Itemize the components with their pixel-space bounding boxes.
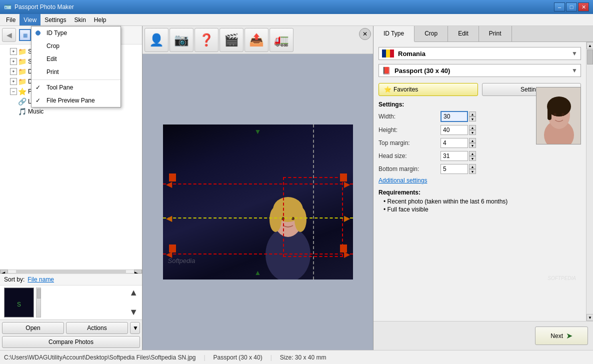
svg-point-7 bbox=[282, 217, 284, 220]
svg-rect-11 bbox=[390, 50, 394, 58]
bottom-margin-decrement[interactable]: ▼ bbox=[469, 169, 476, 174]
next-arrow-icon: ➤ bbox=[566, 331, 572, 340]
menu-view[interactable]: View bbox=[20, 14, 40, 26]
bottom-margin-label: Bottom margin: bbox=[378, 166, 438, 172]
v-scroll-preview[interactable] bbox=[36, 288, 41, 318]
sort-value[interactable]: File name bbox=[28, 276, 54, 283]
titlebar: 🪪 Passport Photo Maker – □ ✕ bbox=[0, 0, 593, 14]
head-size-increment[interactable]: ▲ bbox=[469, 151, 476, 156]
svg-point-5 bbox=[270, 207, 282, 232]
next-button[interactable]: Next ➤ bbox=[535, 326, 588, 345]
tab-crop[interactable]: Crop bbox=[414, 26, 448, 42]
tab-print[interactable]: Print bbox=[479, 26, 512, 42]
arrow-handle-bot-up[interactable]: ▲ bbox=[254, 268, 262, 276]
right-panel: ID Type Crop Edit Print Romania ▼ bbox=[373, 26, 593, 350]
open-button[interactable]: Open bbox=[2, 322, 64, 334]
toolbar-close-btn[interactable]: ✕ bbox=[359, 28, 371, 40]
svg-point-19 bbox=[562, 113, 564, 116]
scroll-up-preview[interactable]: ▲ bbox=[129, 288, 138, 298]
height-increment[interactable]: ▲ bbox=[469, 125, 476, 130]
tool-question-btn[interactable]: ❓ bbox=[194, 28, 218, 52]
height-spin: ▲ ▼ bbox=[469, 125, 476, 135]
maximize-button[interactable]: □ bbox=[566, 2, 577, 12]
back-button[interactable]: ◀ bbox=[2, 28, 16, 42]
top-margin-decrement[interactable]: ▼ bbox=[469, 143, 476, 148]
head-size-decrement[interactable]: ▼ bbox=[469, 156, 476, 161]
handle-small-left-bot[interactable] bbox=[169, 244, 176, 252]
scroll-right-btn[interactable]: ▶ bbox=[134, 270, 142, 274]
next-section: Next ➤ bbox=[374, 321, 593, 350]
scroll-up-btn[interactable]: ▲ bbox=[586, 42, 593, 49]
handle-small-right-bot[interactable] bbox=[340, 244, 347, 252]
menu-item-id-type-label: ID Type bbox=[46, 30, 67, 36]
bottom-margin-increment[interactable]: ▲ bbox=[469, 164, 476, 169]
arrow-handle-left-mid[interactable]: ◀ bbox=[166, 214, 172, 223]
height-label: Height: bbox=[378, 126, 438, 134]
height-decrement[interactable]: ▼ bbox=[469, 130, 476, 135]
bottom-margin-input[interactable] bbox=[440, 164, 468, 174]
menu-file[interactable]: File bbox=[2, 14, 20, 26]
close-button[interactable]: ✕ bbox=[578, 2, 589, 12]
expand-icon[interactable]: – bbox=[10, 88, 17, 95]
right-scrollbar: ▲ ▼ bbox=[586, 42, 593, 321]
expand-icon[interactable]: + bbox=[10, 68, 17, 75]
menu-item-file-preview-label: File Preview Pane bbox=[46, 97, 95, 104]
handle-small-left-top[interactable] bbox=[169, 174, 176, 182]
tool-truck-btn[interactable]: 🚛 bbox=[270, 28, 294, 52]
head-size-input[interactable] bbox=[440, 151, 468, 161]
menu-item-file-preview[interactable]: ✓ File Preview Pane bbox=[32, 94, 120, 107]
width-input[interactable] bbox=[440, 111, 468, 122]
expand-icon[interactable]: + bbox=[10, 58, 17, 65]
tool-camera-btn[interactable]: 📷 bbox=[170, 28, 194, 52]
actions-dropdown-button[interactable]: ▼ bbox=[130, 322, 140, 334]
scroll-down-preview[interactable]: ▼ bbox=[129, 307, 138, 318]
width-increment[interactable]: ▲ bbox=[469, 112, 476, 116]
expand-icon[interactable]: + bbox=[10, 48, 17, 55]
bottom-margin-spin: ▲ ▼ bbox=[469, 164, 476, 174]
arrow-handle-top-down[interactable]: ▼ bbox=[254, 128, 262, 136]
tree-item-music[interactable]: 🎵 Music bbox=[2, 106, 140, 116]
minimize-button[interactable]: – bbox=[554, 2, 565, 12]
app-title: Passport Photo Maker bbox=[14, 4, 554, 10]
menu-item-id-type[interactable]: ID Type bbox=[32, 26, 120, 40]
height-input[interactable] bbox=[440, 125, 468, 135]
tool-film-btn[interactable]: 🎬 bbox=[220, 28, 244, 52]
document-type-label: Passport (30 x 40) bbox=[394, 67, 572, 74]
menu-help[interactable]: Help bbox=[90, 14, 110, 26]
view-toggle[interactable]: ▦ bbox=[19, 29, 31, 41]
passport-icon: 📕 bbox=[382, 66, 390, 74]
additional-settings-link[interactable]: Additional settings bbox=[378, 177, 581, 184]
folder-blue-icon: 📁 bbox=[18, 68, 26, 76]
country-dropdown[interactable]: Romania ▼ bbox=[378, 47, 581, 60]
compare-photos-button[interactable]: Compare Photos bbox=[2, 336, 140, 348]
tab-edit[interactable]: Edit bbox=[448, 26, 479, 42]
menu-settings[interactable]: Settings bbox=[40, 14, 70, 26]
handle-small-right-top[interactable] bbox=[340, 174, 347, 182]
scroll-track[interactable] bbox=[586, 49, 593, 314]
top-margin-increment[interactable]: ▲ bbox=[469, 138, 476, 143]
arrow-handle-right-mid[interactable]: ▶ bbox=[344, 214, 350, 223]
h-scrollbar-area: ◀ ▶ bbox=[0, 270, 142, 274]
document-type-dropdown[interactable]: 📕 Passport (30 x 40) ▼ bbox=[378, 64, 581, 77]
menu-item-crop[interactable]: Crop bbox=[32, 40, 120, 52]
scroll-left-btn[interactable]: ◀ bbox=[0, 270, 8, 274]
menu-item-tool-pane[interactable]: ✓ Tool Pane bbox=[32, 81, 120, 94]
expand-icon[interactable]: + bbox=[10, 78, 17, 85]
menu-item-edit[interactable]: Edit bbox=[32, 52, 120, 66]
tool-person-btn[interactable]: 👤 bbox=[144, 28, 168, 52]
bottom-margin-field-row: ▲ ▼ bbox=[440, 164, 531, 174]
actions-button[interactable]: Actions bbox=[66, 322, 128, 334]
width-decrement[interactable]: ▼ bbox=[469, 116, 476, 122]
h-scroll-track[interactable] bbox=[16, 270, 126, 274]
menu-skin[interactable]: Skin bbox=[70, 14, 90, 26]
right-watermark: SOFTPEDIA bbox=[548, 276, 576, 281]
tool-upload-btn[interactable]: 📤 bbox=[244, 28, 268, 52]
preview-thumbnail: S bbox=[4, 288, 34, 318]
tab-id-type[interactable]: ID Type bbox=[374, 26, 414, 42]
settings-fields: Width: ▲ ▼ Height: ▲ ▼ bbox=[378, 111, 531, 174]
menu-item-print[interactable]: Print bbox=[32, 66, 120, 78]
bottom-buttons-area: Open Actions ▼ Compare Photos bbox=[0, 320, 142, 350]
top-margin-input[interactable] bbox=[440, 138, 468, 148]
scroll-down-btn[interactable]: ▼ bbox=[586, 314, 593, 321]
favorites-button[interactable]: ⭐ Favorites bbox=[378, 83, 478, 96]
